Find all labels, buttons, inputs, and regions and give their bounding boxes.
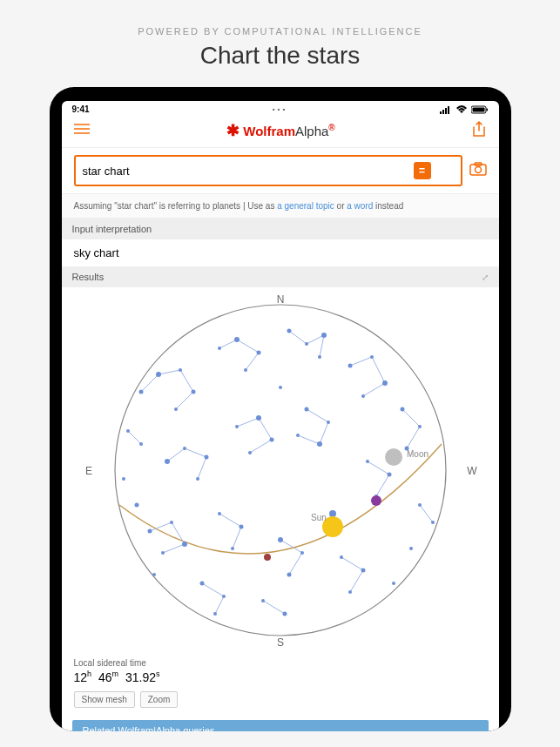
svg-point-42 [304,407,308,412]
svg-point-49 [147,529,152,534]
svg-point-63 [222,595,226,598]
svg-point-24 [305,342,308,346]
menu-icon[interactable] [74,123,90,138]
assumption-link-topic[interactable]: a general topic [277,201,334,211]
svg-rect-6 [486,108,488,111]
svg-point-43 [327,421,330,424]
svg-point-23 [287,329,291,333]
related-queries-header: Related Wolfram|Alpha queries [72,720,489,731]
svg-point-29 [382,380,388,386]
svg-point-70 [431,521,435,524]
svg-point-73 [152,573,156,576]
input-interpretation-header: Input interpretation [62,219,499,239]
svg-point-18 [174,407,178,411]
status-bar: 9:41 ••• [62,101,499,116]
svg-point-37 [196,477,199,481]
svg-point-35 [183,447,186,450]
assumption-suffix: instead [373,201,403,211]
promo-header: POWERED BY COMPUTATIONAL INTELLIGENCE Ch… [0,0,560,87]
results-header: Results ⤢ [62,266,499,287]
assumption-middle: or [334,201,347,211]
svg-point-61 [348,590,352,594]
svg-point-15 [156,372,161,377]
status-time: 9:41 [72,104,90,114]
svg-point-11 [475,167,481,173]
sky-chart: N E W S [62,287,499,653]
show-mesh-button[interactable]: Show mesh [74,691,135,708]
promo-tagline: POWERED BY COMPUTATIONAL INTELLIGENCE [0,26,560,37]
svg-rect-3 [448,106,449,114]
spikey-icon: ✱ [226,121,240,140]
svg-point-57 [300,551,304,555]
signal-icon [440,105,452,114]
svg-point-13 [115,305,446,636]
svg-point-51 [182,542,187,547]
wifi-icon [455,105,468,114]
search-input[interactable]: star chart = [74,155,462,186]
svg-point-65 [261,599,265,602]
svg-point-25 [321,333,327,338]
sun-label: Sun [311,513,327,522]
camera-icon[interactable] [469,162,487,179]
results-label: Results [72,272,105,282]
svg-point-66 [282,612,287,616]
svg-point-17 [191,390,195,394]
screen: 9:41 ••• ✱ WolframAlpha® star [62,101,499,731]
svg-point-45 [296,434,300,437]
svg-point-55 [231,547,234,550]
multitask-dots-icon: ••• [273,105,287,113]
svg-point-21 [256,351,260,355]
moon-label: Moon [407,449,428,459]
svg-point-68 [126,429,130,433]
svg-point-75 [392,582,395,585]
svg-rect-2 [445,108,447,114]
svg-point-77 [329,510,336,517]
zoom-button[interactable]: Zoom [140,691,179,708]
svg-rect-1 [442,110,444,114]
svg-point-14 [138,390,143,394]
svg-point-74 [409,547,413,550]
svg-point-32 [418,425,422,428]
compass-n: N [276,293,284,306]
svg-point-62 [199,582,204,586]
svg-point-16 [179,368,182,372]
assumption-link-word[interactable]: a word [347,201,373,211]
svg-point-34 [165,459,170,464]
logo-part1: Wolfram [243,124,295,138]
input-interpretation-label: Input interpretation [72,224,152,234]
svg-point-53 [218,512,221,515]
svg-point-31 [400,407,404,412]
svg-point-64 [213,612,217,616]
submit-button[interactable]: = [414,162,431,179]
expand-icon[interactable]: ⤢ [482,273,489,282]
tablet-frame: 9:41 ••• ✱ WolframAlpha® star [50,87,511,731]
sidereal-value: 12h 46m 31.92s [74,670,487,684]
battery-icon [471,105,489,114]
compass-w: W [467,465,477,477]
svg-point-22 [244,368,247,372]
svg-point-71 [122,477,125,481]
svg-point-69 [418,503,422,507]
app-header: ✱ WolframAlpha® [62,116,499,148]
share-icon[interactable] [472,121,486,140]
svg-point-20 [234,337,240,342]
svg-point-50 [170,521,173,524]
promo-title: Chart the stars [0,42,560,70]
svg-point-36 [204,455,208,460]
svg-point-41 [248,451,252,454]
svg-point-76 [279,386,282,389]
svg-point-72 [134,503,138,508]
svg-point-79 [371,495,381,506]
svg-point-67 [139,442,143,446]
svg-point-81 [264,554,271,561]
status-right [440,105,489,114]
svg-point-59 [340,555,343,559]
svg-point-26 [318,355,321,359]
assumption-prefix: Assuming "star chart" is referring to pl… [74,201,278,211]
input-interpretation-value: sky chart [62,239,499,266]
svg-point-78 [385,448,402,466]
logo: ✱ WolframAlpha® [226,121,334,140]
svg-point-39 [256,415,261,421]
svg-point-47 [387,473,391,477]
svg-point-58 [287,573,291,577]
